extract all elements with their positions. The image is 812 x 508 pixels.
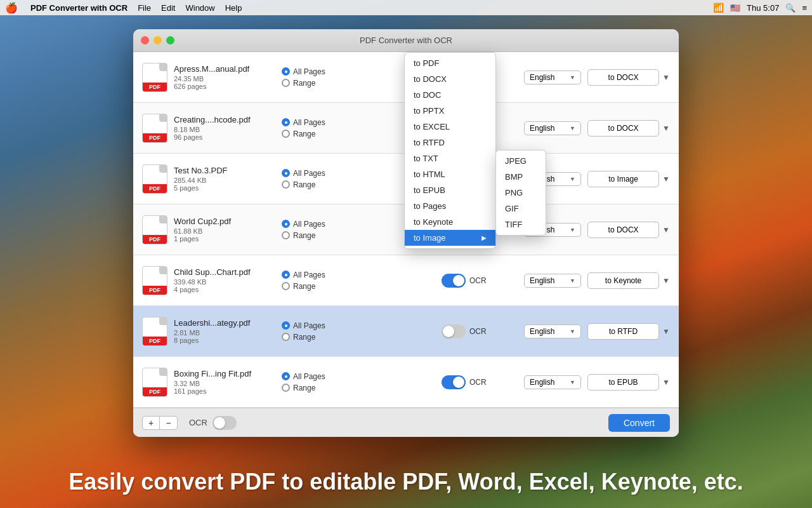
remove-file-button[interactable]: −: [160, 416, 178, 430]
table-row[interactable]: PDF Leadershi...ategy.pdf 2.81 MB 8 page…: [133, 306, 679, 357]
submenu-item-bmp[interactable]: BMP: [496, 169, 546, 185]
chevron-down-icon: ▼: [570, 379, 575, 385]
convert-type-button[interactable]: to RTFD: [587, 323, 659, 340]
minimize-button[interactable]: [154, 36, 162, 44]
menu-item-txt[interactable]: to TXT: [405, 150, 495, 166]
list-icon[interactable]: ≡: [802, 3, 807, 13]
convert-dropdown-arrow[interactable]: ▼: [662, 327, 670, 336]
radio-range[interactable]: [282, 130, 290, 138]
radio-all-pages[interactable]: [282, 169, 290, 177]
menu-item-epub[interactable]: to EPUB: [405, 182, 495, 198]
range-option[interactable]: Range: [282, 130, 358, 138]
radio-all-pages[interactable]: [282, 118, 290, 126]
image-format-submenu: JPEG BMP PNG GIF TIFF: [495, 150, 546, 236]
add-file-button[interactable]: +: [142, 416, 160, 430]
convert-type-button[interactable]: to DOCX: [587, 222, 659, 238]
range-option[interactable]: Range: [282, 231, 358, 240]
convert-dropdown-arrow[interactable]: ▼: [662, 175, 670, 184]
radio-range[interactable]: [282, 282, 290, 290]
menu-edit[interactable]: Edit: [161, 3, 175, 13]
wifi-icon: 📶: [713, 3, 724, 13]
radio-all-pages[interactable]: [282, 271, 290, 279]
convert-type-button[interactable]: to Keynote: [587, 272, 659, 289]
range-option[interactable]: Range: [282, 333, 358, 342]
submenu-item-png[interactable]: PNG: [496, 185, 546, 201]
ocr-toggle[interactable]: [442, 274, 466, 288]
language-selector[interactable]: English ▼: [524, 121, 581, 135]
apple-menu-icon[interactable]: 🍎: [5, 2, 18, 14]
radio-range[interactable]: [282, 79, 290, 87]
all-pages-option[interactable]: All Pages: [282, 271, 358, 279]
menu-item-pdf[interactable]: to PDF: [405, 55, 495, 71]
file-name: World Cup2.pdf: [174, 217, 272, 226]
convert-type-button[interactable]: to EPUB: [587, 374, 659, 391]
radio-range[interactable]: [282, 333, 290, 341]
flag-icon: 🇺🇸: [730, 3, 740, 13]
radio-range[interactable]: [282, 231, 290, 239]
menu-window[interactable]: Window: [185, 3, 214, 13]
submenu-item-gif[interactable]: GIF: [496, 201, 546, 217]
convert-button[interactable]: Convert: [608, 414, 670, 432]
convert-dropdown-arrow[interactable]: ▼: [662, 276, 670, 285]
convert-dropdown-arrow[interactable]: ▼: [662, 378, 670, 387]
format-dropdown-menu: to PDF to DOCX to DOC to PPTX to EXCEL t…: [404, 52, 496, 249]
convert-type-control: to DOCX ▼: [587, 120, 670, 137]
convert-type-button[interactable]: to DOCX: [587, 69, 659, 86]
language-selector[interactable]: English ▼: [524, 324, 581, 338]
menu-item-excel[interactable]: to EXCEL: [405, 119, 495, 135]
pages-control: All Pages Range: [282, 67, 358, 88]
language-selector[interactable]: English ▼: [524, 70, 581, 84]
all-pages-option[interactable]: All Pages: [282, 118, 358, 127]
table-row[interactable]: PDF Child Sup...Chart.pdf 339.48 KB 4 pa…: [133, 255, 679, 306]
ocr-label: OCR: [469, 276, 487, 285]
menu-help[interactable]: Help: [225, 3, 242, 13]
all-pages-option[interactable]: All Pages: [282, 372, 358, 381]
submenu-item-tiff[interactable]: TIFF: [496, 217, 546, 232]
file-info: Boxing Fi...ing Fit.pdf 3.32 MB 161 page…: [174, 369, 275, 395]
menu-file[interactable]: File: [138, 3, 151, 13]
ocr-toggle[interactable]: [442, 375, 466, 389]
range-option[interactable]: Range: [282, 282, 358, 291]
menu-item-rtfd[interactable]: to RTFD: [405, 135, 495, 150]
range-option[interactable]: Range: [282, 384, 358, 392]
menu-item-image[interactable]: to Image ▶: [405, 230, 495, 246]
menu-item-html[interactable]: to HTML: [405, 166, 495, 182]
table-row[interactable]: PDF Boxing Fi...ing Fit.pdf 3.32 MB 161 …: [133, 357, 679, 408]
radio-all-pages[interactable]: [282, 321, 290, 330]
ocr-toggle[interactable]: [442, 324, 466, 338]
range-option[interactable]: Range: [282, 180, 358, 189]
all-pages-option[interactable]: All Pages: [282, 169, 358, 178]
radio-range[interactable]: [282, 384, 290, 392]
all-pages-option[interactable]: All Pages: [282, 67, 358, 76]
radio-all-pages[interactable]: [282, 67, 290, 76]
global-ocr-toggle[interactable]: [213, 416, 237, 430]
all-pages-option[interactable]: All Pages: [282, 321, 358, 330]
pages-control: All Pages Range: [282, 372, 358, 392]
range-option[interactable]: Range: [282, 79, 358, 88]
language-selector[interactable]: English ▼: [524, 274, 581, 288]
pdf-icon: PDF: [142, 266, 167, 295]
submenu-item-jpeg[interactable]: JPEG: [496, 153, 546, 169]
close-button[interactable]: [141, 36, 149, 44]
menu-item-doc[interactable]: to DOC: [405, 87, 495, 103]
traffic-lights: [141, 36, 174, 44]
radio-range[interactable]: [282, 180, 290, 189]
file-name: Creating....hcode.pdf: [174, 115, 272, 124]
menu-item-pptx[interactable]: to PPTX: [405, 103, 495, 119]
language-selector[interactable]: English ▼: [524, 375, 581, 389]
menu-item-keynote[interactable]: to Keynote: [405, 214, 495, 230]
all-pages-option[interactable]: All Pages: [282, 220, 358, 229]
radio-all-pages[interactable]: [282, 220, 290, 228]
convert-type-button[interactable]: to DOCX: [587, 120, 659, 137]
radio-all-pages[interactable]: [282, 372, 290, 380]
convert-dropdown-arrow[interactable]: ▼: [662, 124, 670, 133]
search-icon[interactable]: 🔍: [785, 3, 796, 13]
menu-item-pages[interactable]: to Pages: [405, 198, 495, 214]
maximize-button[interactable]: [166, 36, 174, 44]
convert-dropdown-arrow[interactable]: ▼: [662, 73, 670, 82]
menu-item-docx[interactable]: to DOCX: [405, 71, 495, 87]
pages-control: All Pages Range: [282, 118, 358, 138]
convert-type-control: to Keynote ▼: [587, 272, 670, 289]
convert-dropdown-arrow[interactable]: ▼: [662, 225, 670, 234]
convert-type-button[interactable]: to Image: [587, 171, 659, 187]
